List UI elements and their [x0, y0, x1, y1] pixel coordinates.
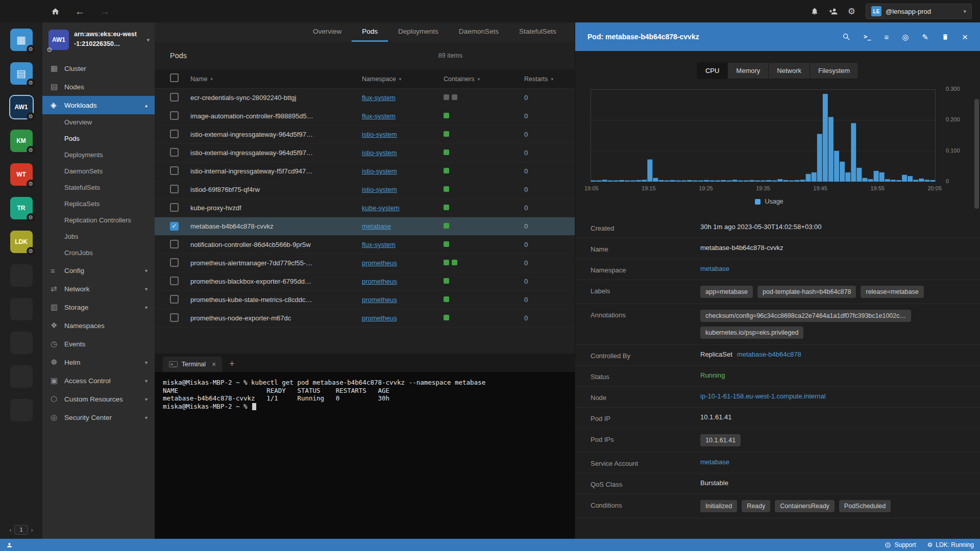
column-header-namespace[interactable]: Namespace▾ — [362, 76, 444, 83]
chart-legend[interactable]: Usage — [591, 198, 948, 205]
table-row[interactable]: prometheus-blackbox-exporter-6795dd…prom… — [155, 272, 575, 291]
sidebar-item-replication-controllers[interactable]: Replication Controllers — [42, 212, 155, 229]
metrics-tab-network[interactable]: Network — [769, 62, 810, 79]
namespace-link[interactable]: flux-system — [362, 94, 396, 102]
home-icon[interactable] — [51, 7, 60, 16]
row-checkbox[interactable] — [170, 277, 179, 285]
active-cluster-status[interactable]: ⚙ LDK: Running — [927, 541, 974, 548]
sidebar-item-security-center[interactable]: ◎Security Center▾ — [42, 408, 155, 427]
sidebar-item-access-control[interactable]: ▣Access Control▾ — [42, 371, 155, 390]
edit-icon[interactable]: ✎ — [922, 33, 928, 41]
table-row[interactable]: ✓metabase-b4b64c878-cvvkzmetabase0 — [155, 217, 575, 236]
sidebar-item-overview[interactable]: Overview — [42, 114, 155, 131]
row-checkbox[interactable] — [170, 148, 179, 157]
row-checkbox[interactable] — [170, 258, 179, 267]
sidebar-item-deployments[interactable]: Deployments — [42, 147, 155, 163]
table-row[interactable]: ecr-credentials-sync-28092240-bttgjflux-… — [155, 89, 575, 107]
namespace-link[interactable]: prometheus — [362, 314, 397, 322]
row-checkbox[interactable]: ✓ — [170, 222, 179, 231]
sidebar-item-daemonsets[interactable]: DaemonSets — [42, 163, 155, 180]
namespace-link[interactable]: istio-system — [362, 131, 397, 138]
row-checkbox[interactable] — [170, 130, 179, 138]
gear-badge-icon[interactable]: ⚙ — [27, 79, 35, 87]
tab-deployments[interactable]: Deployments — [388, 22, 449, 42]
field-link[interactable]: metabase — [700, 265, 729, 272]
page-next-button[interactable]: › — [31, 527, 33, 534]
sidebar-item-storage[interactable]: ▥Storage▾ — [42, 298, 155, 316]
row-checkbox[interactable] — [170, 240, 179, 248]
notifications-bell-icon[interactable] — [811, 7, 819, 15]
close-icon[interactable]: × — [962, 32, 968, 42]
namespace-link[interactable]: prometheus — [362, 259, 397, 267]
table-row[interactable]: istiod-69f876bf75-qf4rwistio-system0 — [155, 181, 575, 199]
search-icon[interactable] — [842, 33, 850, 41]
tab-daemonsets[interactable]: DaemonSets — [449, 22, 509, 42]
sidebar-item-jobs[interactable]: Jobs — [42, 229, 155, 245]
field-link[interactable]: metabase — [700, 458, 729, 466]
sidebar-item-pods[interactable]: Pods — [42, 131, 155, 147]
row-checkbox[interactable] — [170, 313, 179, 322]
namespace-link[interactable]: istio-system — [362, 186, 397, 193]
hotbar-tile-cluster-tr[interactable]: TR⚙ — [10, 197, 33, 219]
gear-badge-icon[interactable]: ⚙ — [27, 45, 35, 54]
hotbar-tile-cluster-aw1[interactable]: AW1⚙ — [10, 96, 33, 118]
hotbar-tile-catalog[interactable]: ▦⚙ — [10, 29, 33, 51]
row-checkbox[interactable] — [170, 295, 179, 304]
namespace-link[interactable]: prometheus — [362, 296, 397, 304]
sidebar-item-config[interactable]: ≡Config▾ — [42, 261, 155, 280]
column-header-restarts[interactable]: Restarts▾ — [524, 76, 575, 83]
gear-badge-icon[interactable]: ⚙ — [27, 247, 35, 256]
forward-icon[interactable]: → — [100, 7, 110, 16]
account-selector[interactable]: LE @lensapp-prod ▾ — [866, 4, 972, 19]
tab-overview[interactable]: Overview — [303, 22, 352, 42]
hotbar-tile-cluster-ldk[interactable]: LDK⚙ — [10, 231, 33, 253]
gear-badge-icon[interactable]: ⚙ — [27, 146, 35, 155]
sidebar-item-replicasets[interactable]: ReplicaSets — [42, 196, 155, 212]
sidebar-item-namespaces[interactable]: ❖Namespaces — [42, 316, 155, 335]
namespace-link[interactable]: istio-system — [362, 167, 397, 175]
metrics-tab-filesystem[interactable]: Filesystem — [810, 62, 859, 79]
column-header-name[interactable]: Name▾ — [190, 76, 362, 83]
namespace-link[interactable]: istio-system — [362, 149, 397, 157]
pod-logs-icon[interactable]: ≡ — [884, 33, 889, 41]
tab-pods[interactable]: Pods — [352, 22, 388, 42]
gear-badge-icon[interactable]: ⚙ — [27, 213, 35, 222]
sidebar-item-events[interactable]: ◷Events — [42, 335, 155, 353]
namespace-link[interactable]: flux-system — [362, 112, 396, 120]
sidebar-item-network[interactable]: ⇄Network▾ — [42, 280, 155, 298]
row-checkbox[interactable] — [170, 111, 179, 120]
row-checkbox[interactable] — [170, 203, 179, 212]
table-row[interactable]: image-automation-controller-f988895d5…fl… — [155, 107, 575, 126]
table-row[interactable]: prometheus-kube-state-metrics-c8cddc…pro… — [155, 291, 575, 309]
gear-badge-icon[interactable]: ⚙ — [27, 180, 35, 188]
hotbar-tile-cluster-wt[interactable]: WT⚙ — [10, 163, 33, 186]
support-button[interactable]: Support — [885, 541, 916, 548]
cluster-settings-icon[interactable]: ⚙ — [46, 46, 53, 54]
namespace-link[interactable]: metabase — [362, 222, 391, 230]
table-row[interactable]: prometheus-node-exporter-m67dcprometheus… — [155, 309, 575, 328]
hotbar-tile-cluster-km[interactable]: KM⚙ — [10, 130, 33, 152]
row-checkbox[interactable] — [170, 93, 179, 102]
namespace-link[interactable]: prometheus — [362, 278, 397, 285]
metrics-tab-cpu[interactable]: CPU — [697, 62, 728, 79]
sidebar-item-cronjobs[interactable]: CronJobs — [42, 245, 155, 261]
table-row[interactable]: prometheus-alertmanager-7dd779cf55-…prom… — [155, 254, 575, 272]
field-link[interactable]: ip-10-1-61-158.eu-west-1.compute.interna… — [700, 392, 826, 400]
page-prev-button[interactable]: ‹ — [9, 527, 11, 534]
scrollbar-thumb[interactable] — [974, 99, 979, 209]
terminal-tab[interactable]: >_ Terminal × — [163, 357, 222, 372]
table-row[interactable]: kube-proxy-hvzdfkube-system0 — [155, 199, 575, 217]
invite-user-icon[interactable] — [829, 7, 838, 16]
metrics-tab-memory[interactable]: Memory — [728, 62, 769, 79]
sidebar-item-workloads[interactable]: ◈Workloads▴ — [42, 96, 155, 114]
sidebar-item-cluster[interactable]: ▦Cluster — [42, 59, 155, 78]
back-icon[interactable]: ← — [75, 7, 85, 16]
namespace-link[interactable]: kube-system — [362, 204, 400, 212]
delete-icon[interactable] — [942, 33, 949, 41]
sidebar-item-nodes[interactable]: ▤Nodes — [42, 78, 155, 96]
table-row[interactable]: istio-internal-ingressgateway-f5f7cd947…… — [155, 162, 575, 181]
sidebar-item-statefulsets[interactable]: StatefulSets — [42, 180, 155, 196]
pod-shell-icon[interactable]: >_ — [864, 34, 871, 40]
close-icon[interactable]: × — [212, 360, 216, 368]
table-row[interactable]: istio-external-ingressgateway-964d5f97…i… — [155, 144, 575, 162]
